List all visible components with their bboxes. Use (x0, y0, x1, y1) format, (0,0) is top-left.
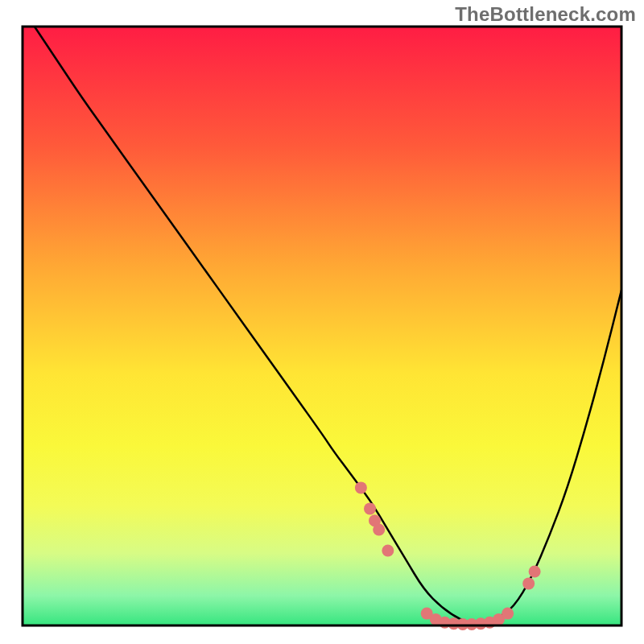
curve-marker (522, 577, 535, 589)
curve-marker (364, 502, 376, 514)
curve-marker (529, 566, 541, 578)
bottleneck-chart (0, 0, 644, 644)
curve-marker (502, 608, 514, 620)
curve-marker (373, 523, 385, 535)
curve-marker (355, 481, 367, 493)
plot-background (23, 27, 621, 625)
curve-marker (382, 545, 394, 557)
